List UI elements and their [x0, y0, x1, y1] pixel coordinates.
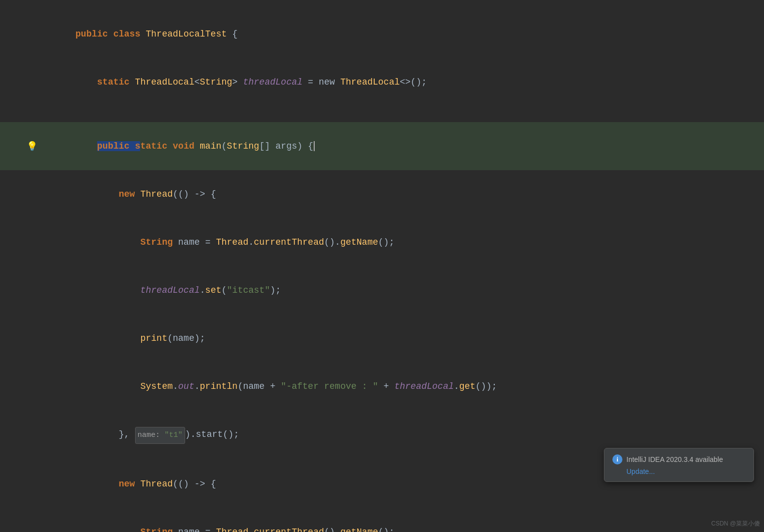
notification-popup: i IntelliJ IDEA 2020.3.4 available Updat… — [604, 448, 754, 482]
line-content-9: System.out.println(name + "-after remove… — [39, 362, 764, 410]
bulb-icon[interactable]: 💡 — [27, 141, 38, 152]
method-get-9: get — [459, 381, 475, 391]
semi-7: ); — [270, 285, 281, 295]
kw-string-12: String — [140, 527, 178, 532]
kw-class: class — [113, 29, 146, 39]
kw-new-5: new — [119, 189, 140, 199]
cn-thread-11: Thread — [140, 479, 173, 489]
code-line-12: String name = Thread.currentThread().get… — [0, 508, 764, 532]
main-args: ( — [222, 141, 227, 151]
param-hint-t1: name: "t1" — [135, 427, 185, 444]
start-10: ).start(); — [185, 429, 239, 439]
method-print-8: print — [140, 333, 167, 343]
kw-static: static — [97, 77, 135, 87]
cn-string2: String — [227, 141, 259, 151]
name-var-12: name = — [178, 527, 216, 532]
hint-key-t1: name: — [138, 431, 165, 439]
main-args2: [] args) { — [259, 141, 313, 151]
new-call: <>(); — [400, 77, 427, 87]
line-content-1: public class ThreadLocalTest { — [39, 10, 764, 58]
dot-12: . — [249, 527, 254, 532]
line-content-2: static ThreadLocal<String> threadLocal =… — [39, 58, 764, 106]
code-line-9: System.out.println(name + "-after remove… — [0, 362, 764, 410]
lambda-11: (() -> { — [173, 479, 216, 489]
method-getname-6: getName — [340, 237, 378, 247]
lambda-5: (() -> { — [173, 189, 216, 199]
code-line-8: print(name); — [0, 314, 764, 362]
classname-threadlocaltest: ThreadLocalTest — [146, 29, 232, 39]
indent-12 — [76, 527, 141, 532]
code-line-4: 💡 public static void main(String[] args)… — [0, 122, 764, 170]
dot-7: . — [200, 285, 205, 295]
var-threadlocal-9: threadLocal — [394, 381, 454, 391]
var-threadlocal: threadLocal — [243, 77, 303, 87]
method-println-9: println — [200, 381, 238, 391]
line-content-3 — [39, 106, 764, 122]
kw-new-11: new — [119, 479, 140, 489]
line-content-5: new Thread(() -> { — [39, 170, 764, 218]
kw-tatic: tatic — [140, 141, 173, 151]
cn-threadlocal: ThreadLocal — [135, 77, 195, 87]
info-letter: i — [616, 455, 618, 463]
generic-open: < — [194, 77, 200, 87]
cn-thread-6: Thread — [216, 237, 249, 247]
name-var-6: name = — [178, 237, 216, 247]
method-currentthread-12: currentThread — [254, 527, 324, 532]
code-editor: public class ThreadLocalTest { static Th… — [0, 0, 764, 532]
var-threadlocal-7: threadLocal — [140, 285, 200, 295]
method-currentthread-6: currentThread — [254, 237, 324, 247]
cn-system-9: System — [140, 381, 173, 391]
cn-thread-12: Thread — [216, 527, 249, 532]
kw-public: public — [76, 29, 114, 39]
kw-public-sel: public — [97, 141, 135, 151]
line-content-7: threadLocal.set("itcast"); — [39, 266, 764, 314]
code-line-6: String name = Thread.currentThread().get… — [0, 218, 764, 266]
line-icon-4[interactable]: 💡 — [25, 141, 39, 152]
eq: = new — [303, 77, 341, 87]
indent-8 — [76, 333, 141, 343]
paren-7: ( — [221, 285, 227, 295]
code-line-1: public class ThreadLocalTest { — [0, 10, 764, 58]
dot-6: . — [249, 237, 254, 247]
indent-9 — [76, 381, 141, 391]
kw-s-sel: s — [135, 141, 141, 151]
str-itcast: "itcast" — [227, 285, 270, 295]
notif-info-icon: i — [612, 454, 622, 464]
text-cursor — [314, 141, 315, 151]
indent-6 — [76, 237, 141, 247]
notif-title: IntelliJ IDEA 2020.3.4 available — [626, 455, 723, 463]
line-content-6: String name = Thread.currentThread().get… — [39, 218, 764, 266]
kw-string-6: String — [140, 237, 178, 247]
notif-update-link[interactable]: Update... — [612, 467, 745, 475]
line-content-8: print(name); — [39, 314, 764, 362]
dot-9a: . — [173, 381, 178, 391]
code-line-2: static ThreadLocal<String> threadLocal =… — [0, 58, 764, 106]
line-content-12: String name = Thread.currentThread().get… — [39, 508, 764, 532]
brace-open: { — [232, 29, 238, 39]
generic-close: > — [232, 77, 243, 87]
call-8: (name); — [167, 333, 205, 343]
close-lambda-10: }, — [76, 429, 135, 439]
method-main: main — [200, 141, 221, 151]
dot-9c: . — [454, 381, 459, 391]
indent-7 — [76, 285, 141, 295]
call-12: (). — [324, 527, 340, 532]
cn-thread-5: Thread — [140, 189, 173, 199]
code-line-3 — [0, 106, 764, 122]
cn-threadlocal2: ThreadLocal — [340, 77, 400, 87]
cn-string: String — [200, 77, 232, 87]
method-set-7: set — [205, 285, 221, 295]
args-9a: (name + — [238, 381, 281, 391]
indent-5 — [76, 189, 119, 199]
line-content-4: public static void main(String[] args) { — [39, 122, 764, 170]
method-getname-12: getName — [340, 527, 378, 532]
args-9b: + — [378, 381, 394, 391]
semi-12: (); — [378, 527, 394, 532]
call-6: (). — [324, 237, 340, 247]
indent-4 — [76, 141, 97, 151]
hint-val-t1: "t1" — [165, 431, 183, 439]
dot-9b: . — [194, 381, 200, 391]
var-out-9: out — [178, 381, 194, 391]
kw-void: void — [173, 141, 200, 151]
str-after-remove-9: "-after remove : " — [281, 381, 378, 391]
